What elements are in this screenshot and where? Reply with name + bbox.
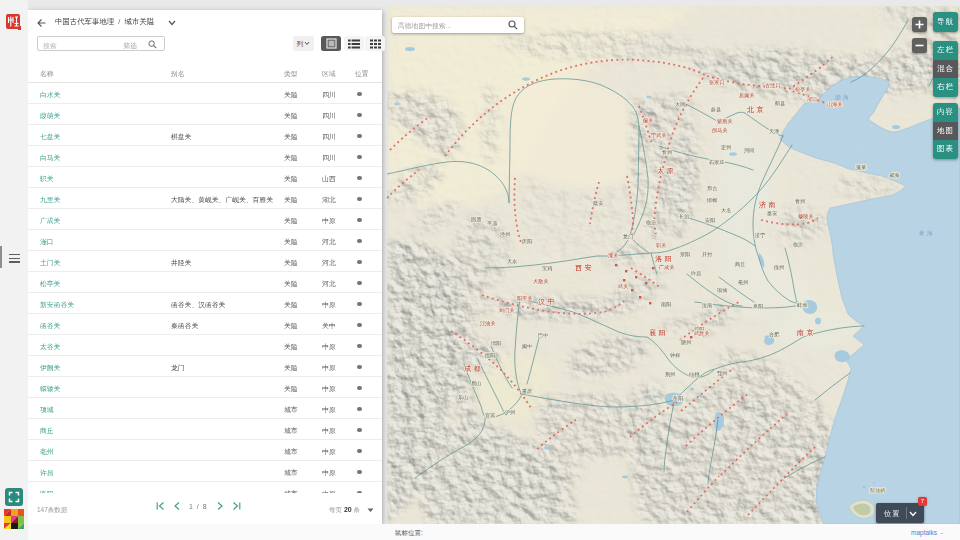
table-row[interactable]: 伊阙关龙门关隘中原: [28, 356, 382, 377]
cell-name[interactable]: 七盘关: [40, 132, 60, 142]
search-icon[interactable]: [148, 40, 157, 49]
column-header-alias[interactable]: 别名: [171, 69, 185, 79]
cell-name[interactable]: 松亭关: [40, 279, 60, 289]
position-dot[interactable]: [357, 344, 362, 349]
chevron-down-icon[interactable]: [168, 20, 176, 26]
table-row[interactable]: 广成关关隘中原: [28, 209, 382, 230]
location-button[interactable]: 位置: [876, 503, 924, 523]
app-logo[interactable]: [6, 14, 21, 30]
position-dot[interactable]: [357, 323, 362, 328]
page-size-select[interactable]: 每页 20 条: [329, 506, 360, 515]
position-dot[interactable]: [357, 218, 362, 223]
breadcrumb-root[interactable]: 中国古代军事地理: [55, 17, 114, 26]
next-page-button[interactable]: [217, 502, 223, 510]
layout-button-1[interactable]: 混合: [933, 60, 958, 79]
nav-toggle-button[interactable]: 导航: [933, 12, 958, 32]
back-icon[interactable]: [36, 18, 46, 28]
table-row[interactable]: 白马关关隘四川: [28, 146, 382, 167]
view-mode-grid-button[interactable]: [365, 36, 385, 51]
prev-page-button[interactable]: [174, 502, 180, 510]
last-page-button[interactable]: [232, 502, 241, 510]
cell-name[interactable]: 函谷关: [40, 321, 60, 331]
view-button-0[interactable]: 内容: [933, 103, 958, 122]
table-row[interactable]: 七盘关棋盘关关隘四川: [28, 125, 382, 146]
position-dot[interactable]: [357, 386, 362, 391]
view-button-2[interactable]: 图表: [933, 140, 958, 159]
position-dot[interactable]: [357, 155, 362, 160]
map-search-icon[interactable]: [508, 20, 518, 30]
position-dot[interactable]: [357, 197, 362, 202]
cell-name[interactable]: 白马关: [40, 153, 60, 163]
table-row[interactable]: 白水关关隘四川: [28, 83, 382, 104]
position-dot[interactable]: [357, 449, 362, 454]
table-row[interactable]: 滏口关隘河北: [28, 230, 382, 251]
table-row[interactable]: 松亭关关隘河北: [28, 272, 382, 293]
column-header-name[interactable]: 名称: [40, 69, 54, 79]
position-dot[interactable]: [357, 302, 362, 307]
table-row[interactable]: 太谷关关隘中原: [28, 335, 382, 356]
position-dot[interactable]: [357, 134, 362, 139]
table-row[interactable]: 洛阳城市中原: [28, 482, 382, 493]
breadcrumb-current[interactable]: 城市关隘: [125, 17, 155, 26]
cell-name[interactable]: 滏口: [40, 237, 54, 247]
cell-name[interactable]: 九里关: [40, 195, 60, 205]
fullscreen-button[interactable]: [5, 488, 23, 506]
cell-name[interactable]: 土门关: [40, 258, 60, 268]
table-row[interactable]: 许昌城市中原: [28, 461, 382, 482]
position-dot[interactable]: [357, 428, 362, 433]
cell-name[interactable]: 白水关: [40, 90, 60, 100]
cell-name[interactable]: 葭萌关: [40, 111, 60, 121]
table-row[interactable]: 轵关关隘山西: [28, 167, 382, 188]
position-dot[interactable]: [357, 260, 362, 265]
cell-name[interactable]: 轵关: [40, 174, 54, 184]
position-dot[interactable]: [357, 281, 362, 286]
column-header-type[interactable]: 类型: [284, 69, 298, 79]
maptalks-attribution[interactable]: maptalks: [911, 529, 937, 536]
mosaic-logo-icon[interactable]: [4, 509, 24, 529]
search-input[interactable]: 搜索 筛选: [37, 36, 165, 51]
table-row[interactable]: 项城城市中原: [28, 398, 382, 419]
first-page-button[interactable]: [156, 502, 165, 510]
view-button-1[interactable]: 地图: [933, 122, 958, 141]
table-row[interactable]: 土门关井陉关关隘河北: [28, 251, 382, 272]
table-row[interactable]: 轘辕关关隘中原: [28, 377, 382, 398]
view-mode-list-button[interactable]: [344, 36, 364, 51]
cell-name[interactable]: 新安函谷关: [40, 300, 74, 310]
table-row[interactable]: 九里关大隋关、黄岘关、广岘关、百雁关关隘湖北: [28, 188, 382, 209]
cell-name[interactable]: 伊阙关: [40, 363, 60, 373]
layout-button-2[interactable]: 右栏: [933, 78, 958, 97]
cell-name[interactable]: 广成关: [40, 216, 60, 226]
table-row[interactable]: 函谷关秦函谷关关隘关中: [28, 314, 382, 335]
table-row[interactable]: 商丘城市中原: [28, 419, 382, 440]
position-dot[interactable]: [357, 239, 362, 244]
view-mode-card-button[interactable]: [321, 36, 341, 51]
breadcrumb[interactable]: 中国古代军事地理 / 城市关隘: [55, 17, 154, 27]
filter-link[interactable]: 筛选: [123, 41, 137, 51]
cell-name[interactable]: 许昌: [40, 468, 54, 478]
column-header-position[interactable]: 位置: [355, 69, 369, 79]
columns-dropdown[interactable]: 列: [293, 36, 314, 51]
page-size-caret-icon[interactable]: [367, 508, 374, 513]
zoom-in-button[interactable]: [912, 17, 927, 32]
cell-name[interactable]: 轘辕关: [40, 384, 60, 394]
position-dot[interactable]: [357, 113, 362, 118]
map-search-input[interactable]: 高德地图中搜索...: [392, 17, 524, 33]
zoom-out-button[interactable]: [912, 38, 927, 53]
cell-name[interactable]: 商丘: [40, 426, 54, 436]
map-canvas[interactable]: 大同忻州蔚县蓟县天津定州河间石家庄邢台邯郸大名安阳长治临汾延安固原平凉泾州庆阳天…: [387, 6, 960, 524]
drawer-resize-handle[interactable]: [0, 246, 2, 268]
layout-button-0[interactable]: 左栏: [933, 41, 958, 60]
cell-name[interactable]: 亳州: [40, 447, 54, 457]
cell-name[interactable]: 太谷关: [40, 342, 60, 352]
map-image[interactable]: 大同忻州蔚县蓟县天津定州河间石家庄邢台邯郸大名安阳长治临汾延安固原平凉泾州庆阳天…: [387, 6, 960, 524]
column-header-region[interactable]: 区域: [322, 69, 336, 79]
table-row[interactable]: 葭萌关关隘四川: [28, 104, 382, 125]
cell-name[interactable]: 项城: [40, 405, 54, 415]
position-dot[interactable]: [357, 92, 362, 97]
position-dot[interactable]: [357, 470, 362, 475]
table-row[interactable]: 新安函谷关函谷关、汉函谷关关隘中原: [28, 293, 382, 314]
position-dot[interactable]: [357, 365, 362, 370]
position-dot[interactable]: [357, 176, 362, 181]
table-row[interactable]: 亳州城市中原: [28, 440, 382, 461]
position-dot[interactable]: [357, 407, 362, 412]
